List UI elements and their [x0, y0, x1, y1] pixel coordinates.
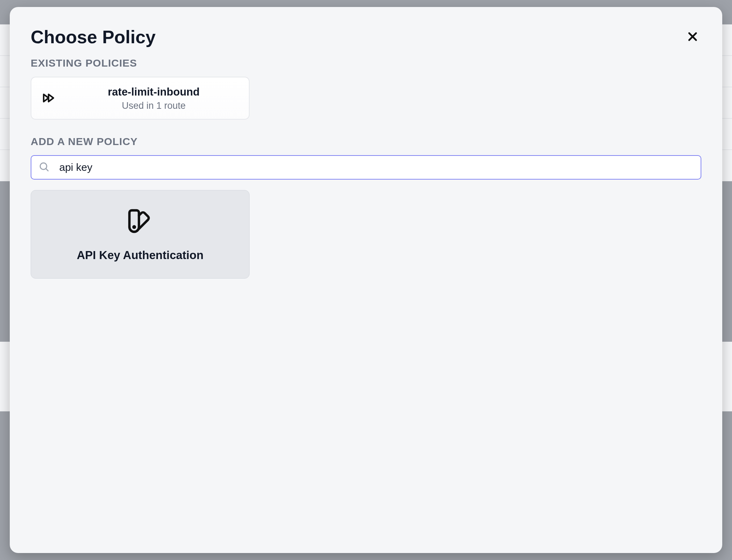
- close-icon: [687, 31, 699, 43]
- existing-policy-card[interactable]: rate-limit-inbound Used in 1 route: [31, 77, 250, 120]
- search-icon: [38, 161, 49, 174]
- choose-policy-modal: Choose Policy EXISTING POLICIES rate-lim…: [10, 7, 722, 553]
- existing-policy-usage: Used in 1 route: [69, 100, 238, 111]
- svg-marker-3: [48, 94, 53, 101]
- svg-line-5: [46, 168, 48, 171]
- svg-point-6: [134, 226, 135, 228]
- color-swatch-icon: [126, 207, 154, 237]
- modal-header: Choose Policy: [31, 27, 701, 57]
- add-new-policy-label: ADD A NEW POLICY: [31, 136, 701, 147]
- policy-search-input[interactable]: [31, 155, 701, 180]
- policy-result-card[interactable]: API Key Authentication: [31, 190, 250, 279]
- add-new-policy-section: ADD A NEW POLICY API Key Authentication: [31, 136, 701, 279]
- existing-policies-section: EXISTING POLICIES rate-limit-inbound Use…: [31, 57, 701, 120]
- modal-title: Choose Policy: [31, 27, 155, 47]
- policy-search-wrap: [31, 155, 701, 180]
- close-button[interactable]: [684, 28, 701, 46]
- existing-policy-name: rate-limit-inbound: [69, 86, 238, 98]
- fast-forward-icon: [42, 91, 56, 107]
- svg-marker-2: [44, 94, 48, 101]
- existing-policies-label: EXISTING POLICIES: [31, 57, 701, 69]
- existing-policy-text: rate-limit-inbound Used in 1 route: [69, 86, 238, 111]
- policy-result-name: API Key Authentication: [77, 249, 204, 262]
